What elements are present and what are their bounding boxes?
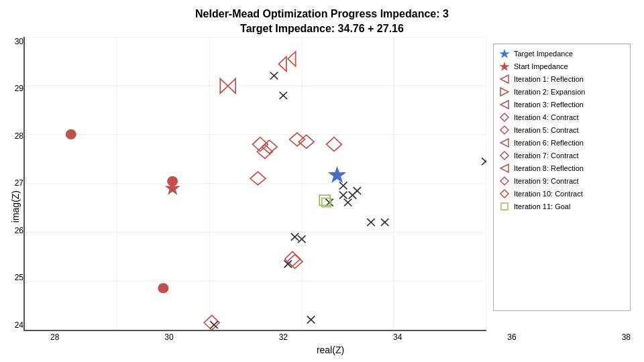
svg-marker-66 (500, 49, 510, 58)
chart-container: Nelder-Mead Optimization Progress Impeda… (0, 0, 644, 362)
legend-item-iter7: Iteration 7: Contract (499, 150, 625, 161)
legend-marker-iter2 (499, 86, 510, 97)
svg-marker-77 (500, 190, 508, 198)
legend-label-iter9: Iteration 9: Contract (514, 177, 579, 185)
svg-marker-14 (278, 56, 286, 71)
legend-marker-iter8 (499, 163, 510, 174)
svg-marker-16 (220, 78, 227, 93)
svg-marker-74 (500, 152, 508, 160)
chart-title-line2: Target Impedance: 34.76 + 27.16 (195, 21, 449, 36)
legend-marker-iter6 (499, 137, 510, 148)
title-area: Nelder-Mead Optimization Progress Impeda… (195, 7, 449, 37)
legend-item-iter6: Iteration 6: Reflection (499, 137, 625, 148)
legend-marker-iter10 (499, 188, 510, 199)
legend-marker-iter9 (499, 176, 510, 186)
svg-marker-25 (299, 135, 314, 148)
svg-rect-78 (501, 203, 508, 210)
legend-item-iter8: Iteration 8: Reflection (499, 163, 625, 174)
svg-marker-49 (287, 254, 303, 268)
chart-title-line1: Nelder-Mead Optimization Progress Impeda… (195, 7, 449, 21)
plot-svg (25, 37, 486, 330)
x-tick-30: 30 (164, 333, 173, 342)
svg-marker-27 (250, 172, 266, 185)
legend-item-target: Target Impedance (499, 48, 625, 59)
x-tick-32: 32 (279, 333, 288, 342)
svg-marker-13 (288, 52, 295, 66)
x-tick-38: 38 (622, 333, 631, 342)
legend-label-target: Target Impedance (514, 50, 573, 58)
legend-item-iter2: Iteration 2: Expansion (499, 86, 625, 97)
legend-label-start: Start Impedance (514, 62, 568, 70)
svg-marker-67 (500, 62, 510, 71)
legend-marker-iter3 (499, 99, 510, 110)
svg-marker-72 (500, 126, 508, 134)
legend-item-iter5: Iteration 5: Contract (499, 125, 625, 135)
svg-marker-69 (500, 88, 508, 96)
svg-marker-15 (228, 78, 235, 93)
legend-item-iter3: Iteration 3: Reflection (499, 99, 625, 110)
legend-label-iter5: Iteration 5: Contract (514, 126, 579, 134)
legend-label-iter10: Iteration 10: Contract (514, 190, 583, 198)
legend-marker-iter7 (499, 150, 510, 161)
x-axis-label: real(Z) (23, 342, 637, 355)
x-tick-34: 34 (393, 333, 402, 342)
svg-marker-71 (500, 113, 508, 121)
plot-area: 30 29 28 27 26 25 24 (23, 37, 486, 331)
legend-label-iter6: Iteration 6: Reflection (514, 139, 584, 147)
svg-marker-24 (289, 133, 305, 146)
legend-marker-target (499, 48, 510, 59)
svg-marker-22 (262, 140, 277, 154)
legend-label-iter4: Iteration 4: Contract (514, 113, 579, 121)
legend-item-iter11: Iteration 11: Goal (499, 201, 625, 212)
legend-label-iter8: Iteration 8: Reflection (514, 164, 584, 172)
svg-marker-26 (326, 137, 341, 152)
legend-marker-iter4 (499, 112, 510, 123)
x-tick-28: 28 (50, 333, 59, 342)
svg-marker-73 (500, 139, 508, 147)
svg-marker-76 (500, 177, 508, 185)
legend: Target Impedance Start Impedance (493, 44, 631, 311)
svg-marker-68 (500, 75, 508, 83)
x-tick-36: 36 (507, 333, 516, 342)
legend-label-iter2: Iteration 2: Expansion (514, 88, 585, 96)
legend-label-iter3: Iteration 3: Reflection (514, 101, 584, 109)
legend-item-iter1: Iteration 1: Reflection (499, 74, 625, 84)
svg-point-59 (66, 129, 76, 139)
svg-marker-75 (500, 164, 508, 172)
legend-marker-iter5 (499, 125, 510, 135)
legend-marker-iter11 (499, 201, 510, 212)
legend-marker-start (499, 61, 510, 72)
svg-marker-70 (500, 101, 508, 109)
y-axis-label: imag(Z) (7, 37, 23, 355)
legend-item-iter4: Iteration 4: Contract (499, 112, 625, 123)
svg-point-61 (158, 283, 168, 293)
legend-label-iter7: Iteration 7: Contract (514, 152, 579, 160)
legend-label-iter11: Iteration 11: Goal (514, 202, 570, 210)
legend-label-iter1: Iteration 1: Reflection (514, 75, 584, 83)
legend-item-iter10: Iteration 10: Contract (499, 188, 625, 199)
x-ticks: 28 30 32 34 36 38 (23, 333, 637, 342)
svg-marker-65 (329, 167, 345, 182)
legend-marker-iter1 (499, 74, 510, 84)
legend-item-start: Start Impedance (499, 61, 625, 72)
legend-item-iter9: Iteration 9: Contract (499, 176, 625, 186)
